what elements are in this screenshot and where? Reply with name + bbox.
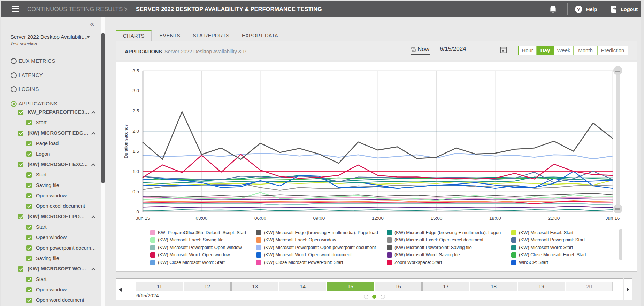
svg-text:Jun 16: Jun 16 — [606, 215, 620, 221]
svg-text:3.0: 3.0 — [132, 88, 139, 93]
svg-text:15:00: 15:00 — [431, 215, 443, 221]
svg-text:18:00: 18:00 — [489, 215, 501, 221]
svg-text:3.5: 3.5 — [132, 68, 139, 73]
svg-text:06:00: 06:00 — [254, 215, 266, 221]
svg-text:0.5: 0.5 — [132, 189, 139, 194]
svg-text:09:00: 09:00 — [313, 215, 325, 221]
svg-text:2.0: 2.0 — [132, 128, 139, 134]
svg-text:12:00: 12:00 — [372, 215, 384, 221]
svg-text:1.5: 1.5 — [132, 149, 139, 154]
svg-text:0: 0 — [136, 209, 139, 214]
svg-text:1.0: 1.0 — [132, 169, 139, 174]
svg-text:03:00: 03:00 — [196, 215, 208, 221]
svg-text:Duration seconds: Duration seconds — [124, 124, 129, 158]
svg-text:2.5: 2.5 — [132, 108, 139, 113]
svg-text:21:00: 21:00 — [548, 215, 560, 221]
svg-text:Jun 15: Jun 15 — [136, 215, 150, 221]
